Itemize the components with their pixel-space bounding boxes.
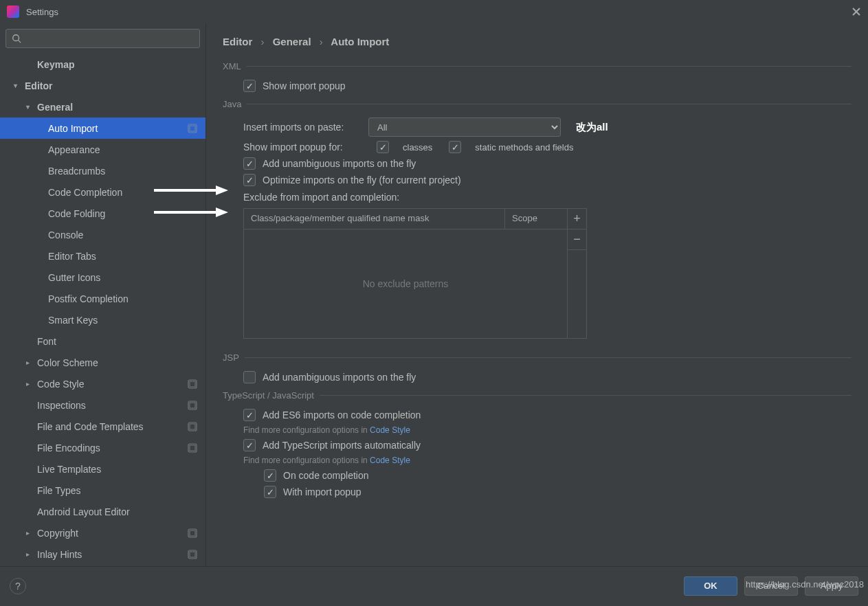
chevron-icon: ▸: [26, 380, 33, 388]
sidebar-item-label: Editor Tabs: [48, 251, 96, 262]
exclude-table: Class/package/member qualified name mask…: [243, 208, 587, 339]
static-checkbox[interactable]: [449, 141, 461, 153]
svg-line-1: [19, 41, 21, 43]
table-empty-text: No exclude patterns: [244, 229, 567, 338]
chevron-icon: ▸: [26, 550, 33, 558]
sidebar-item-label: Breadcrumbs: [48, 166, 105, 177]
checkbox-label: classes: [403, 142, 432, 153]
sidebar-item-inlay-hints[interactable]: ▸Inlay Hints: [0, 543, 205, 565]
settings-sidebar: Keymap▾Editor▾GeneralAuto ImportAppearan…: [0, 23, 206, 566]
classes-checkbox[interactable]: [377, 141, 389, 153]
checkbox-label: static methods and fields: [475, 142, 573, 153]
sidebar-item-label: Inspections: [37, 400, 86, 411]
scope-icon: [188, 401, 197, 410]
insert-imports-row: Insert imports on paste: All 改为all: [243, 117, 852, 137]
hint-text: Find more configuration options in Code …: [243, 456, 852, 465]
settings-tree[interactable]: Keymap▾Editor▾GeneralAuto ImportAppearan…: [0, 54, 205, 566]
chevron-right-icon: ›: [261, 36, 265, 47]
sidebar-item-smart-keys[interactable]: Smart Keys: [0, 309, 205, 330]
sidebar-item-label: General: [37, 102, 73, 113]
svg-rect-5: [190, 381, 195, 387]
sidebar-item-code-style[interactable]: ▸Code Style: [0, 373, 205, 394]
checkbox-label: Add unambiguous imports on the fly: [263, 158, 416, 169]
svg-rect-3: [190, 126, 195, 131]
section-java: Java: [223, 99, 852, 109]
add-button[interactable]: +: [568, 209, 586, 229]
optimize-imports-row: Optimize imports on the fly (for current…: [223, 174, 852, 186]
sidebar-item-font[interactable]: Font: [0, 330, 205, 352]
sidebar-item-label: Live Templates: [37, 464, 101, 475]
close-icon[interactable]: [852, 7, 861, 16]
chevron-icon: ▸: [26, 359, 33, 366]
checkbox-label: Add ES6 imports on code completion: [263, 409, 421, 420]
add-unambiguous-checkbox[interactable]: [243, 157, 256, 170]
section-jsp: JSP: [223, 352, 852, 363]
sidebar-item-label: Appearance: [48, 144, 100, 155]
breadcrumb-part: General: [273, 36, 311, 47]
sidebar-item-gutter-icons[interactable]: Gutter Icons: [0, 267, 205, 288]
checkbox-label: Add TypeScript imports automatically: [263, 440, 421, 451]
sidebar-item-label: Code Completion: [48, 187, 122, 198]
sidebar-item-breadcrumbs[interactable]: Breadcrumbs: [0, 160, 205, 181]
chevron-icon: ▾: [14, 82, 21, 89]
xml-show-import-popup-row: Show import popup: [223, 80, 852, 92]
insert-imports-select[interactable]: All: [368, 117, 561, 137]
help-button[interactable]: ?: [10, 578, 26, 594]
sidebar-item-code-folding[interactable]: Code Folding: [0, 203, 205, 224]
chevron-icon: ▾: [26, 103, 33, 111]
sidebar-item-label: Editor: [25, 80, 52, 91]
sidebar-item-file-encodings[interactable]: File Encodings: [0, 437, 205, 458]
jsp-unambiguous-row: Add unambiguous imports on the fly: [223, 371, 852, 383]
sidebar-item-label: Postfix Completion: [48, 293, 129, 304]
sidebar-item-inspections[interactable]: Inspections: [0, 394, 205, 416]
es6-imports-checkbox[interactable]: [243, 409, 256, 421]
svg-point-0: [13, 35, 19, 41]
optimize-imports-checkbox[interactable]: [243, 174, 256, 186]
sidebar-item-auto-import[interactable]: Auto Import: [0, 117, 205, 139]
form-label: Insert imports on paste:: [243, 122, 360, 133]
search-icon: [12, 34, 21, 43]
sidebar-item-postfix-completion[interactable]: Postfix Completion: [0, 288, 205, 309]
ts-imports-row: Add TypeScript imports automatically: [223, 439, 852, 451]
sidebar-item-appearance[interactable]: Appearance: [0, 139, 205, 160]
sidebar-item-label: Console: [48, 229, 83, 240]
code-style-link[interactable]: Code Style: [370, 456, 410, 465]
apply-button[interactable]: Apply: [805, 576, 858, 596]
jsp-unambiguous-checkbox[interactable]: [243, 371, 256, 383]
on-completion-checkbox[interactable]: [264, 469, 276, 482]
sidebar-item-file-and-code-templates[interactable]: File and Code Templates: [0, 416, 205, 437]
checkbox-label: On code completion: [283, 470, 369, 481]
code-style-link[interactable]: Code Style: [370, 425, 410, 435]
sidebar-item-android-layout-editor[interactable]: Android Layout Editor: [0, 501, 205, 522]
sidebar-item-label: File Types: [37, 485, 81, 496]
sidebar-item-editor[interactable]: ▾Editor: [0, 75, 205, 96]
ok-button[interactable]: OK: [684, 576, 737, 596]
sidebar-item-color-scheme[interactable]: ▸Color Scheme: [0, 352, 205, 373]
sidebar-item-copyright[interactable]: ▸Copyright: [0, 522, 205, 543]
sidebar-item-keymap[interactable]: Keymap: [0, 54, 205, 75]
with-popup-checkbox[interactable]: [264, 486, 276, 498]
window-title: Settings: [26, 7, 58, 17]
sidebar-item-code-completion[interactable]: Code Completion: [0, 181, 205, 203]
breadcrumb-part: Auto Import: [331, 36, 389, 47]
search-input[interactable]: [5, 29, 200, 48]
section-ts: TypeScript / JavaScript: [223, 390, 852, 401]
scope-icon: [188, 422, 197, 431]
checkbox-label: Show import popup: [263, 80, 346, 91]
sidebar-item-file-types[interactable]: File Types: [0, 480, 205, 501]
sidebar-item-label: Inlay Hints: [37, 549, 82, 560]
sidebar-item-general[interactable]: ▾General: [0, 96, 205, 117]
sidebar-item-live-templates[interactable]: Live Templates: [0, 458, 205, 480]
chevron-icon: ▸: [26, 529, 33, 537]
form-label: Show import popup for:: [243, 142, 360, 153]
form-label: Exclude from import and completion:: [243, 192, 399, 203]
xml-show-import-popup-checkbox[interactable]: [243, 80, 256, 92]
scope-icon: [188, 124, 197, 133]
ts-imports-checkbox[interactable]: [243, 439, 256, 451]
sidebar-item-console[interactable]: Console: [0, 224, 205, 245]
remove-button[interactable]: −: [568, 229, 586, 250]
exclude-label-row: Exclude from import and completion:: [223, 192, 852, 203]
cancel-button[interactable]: Cancel: [744, 576, 798, 596]
sidebar-item-editor-tabs[interactable]: Editor Tabs: [0, 245, 205, 267]
sidebar-item-label: Copyright: [37, 528, 78, 539]
